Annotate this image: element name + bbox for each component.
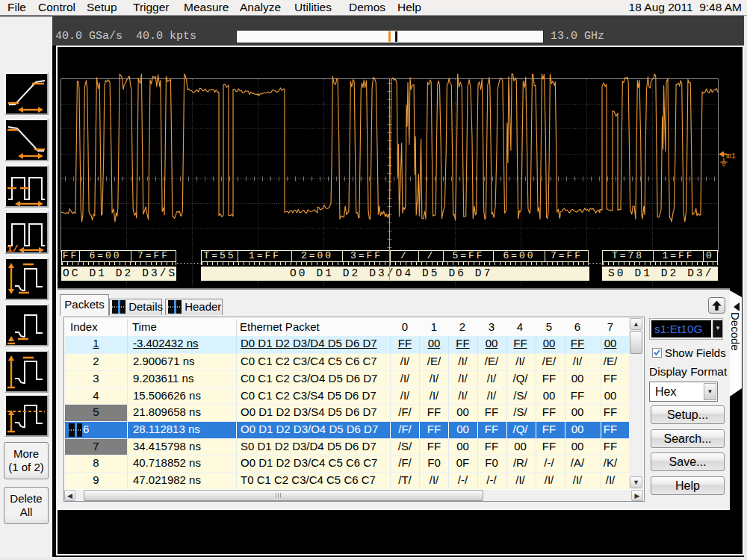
svg-text:m1: m1 <box>726 152 737 161</box>
